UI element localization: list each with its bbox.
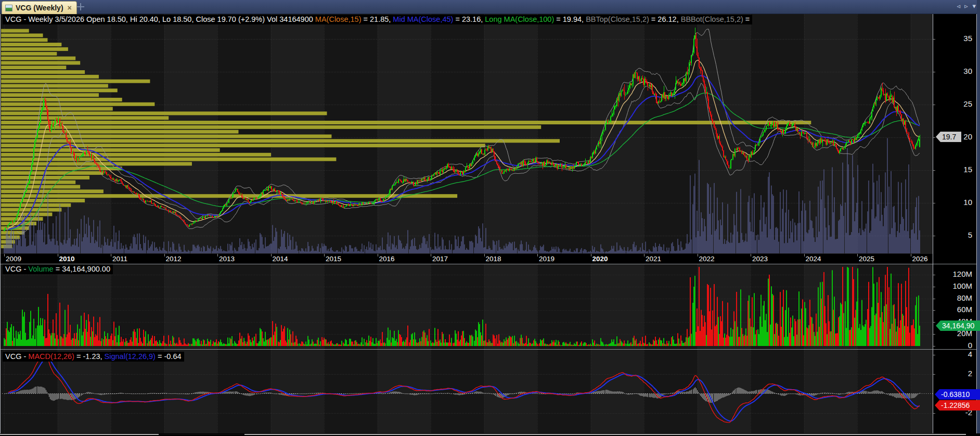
year-axis-label: 2010 <box>59 255 75 263</box>
tab-bar: VCG (Weekly) × ◃ ▹ ▾ <box>0 0 980 14</box>
date-axis[interactable]: 2009201020112012201320142015201620172018… <box>0 254 933 264</box>
year-tick-mark <box>537 254 538 257</box>
year-tick-mark <box>857 254 858 257</box>
year-axis-label: 2019 <box>539 255 555 263</box>
year-axis-label: 2024 <box>806 255 821 263</box>
header-segment: BBBot(Close,15,2) <box>681 15 743 23</box>
year-axis-label: 2017 <box>432 255 448 263</box>
year-tick-mark <box>164 254 165 257</box>
macd-chart-canvas[interactable] <box>0 350 933 433</box>
flag-arrow-icon <box>935 389 939 400</box>
year-tick-mark <box>644 254 644 257</box>
window-right-margin <box>977 0 980 433</box>
last-volume-flag: 34,164,90 <box>936 320 980 331</box>
axis-tick-mark <box>933 334 935 335</box>
year-tick-mark <box>378 254 378 257</box>
price-axis-label: 5 <box>968 230 972 239</box>
header-segment: Long MA(Close,100) <box>485 15 554 23</box>
price-pane-header: VCG - Weekly 3/5/2026 Open 18.50, Hi 20.… <box>3 15 752 24</box>
pan-crosshair-icon[interactable] <box>77 3 84 10</box>
volume-axis-label: 120M <box>952 270 972 278</box>
volume-axis-label: 60M <box>957 305 972 314</box>
year-tick-mark <box>751 254 751 257</box>
price-axis-label: 35 <box>963 34 972 43</box>
year-axis-label: 2012 <box>166 255 182 263</box>
tab-label: VCG (Weekly) <box>16 4 63 12</box>
volume-chart-canvas[interactable] <box>0 264 933 349</box>
volume-axis-label: 0 <box>968 341 972 350</box>
last-price-flag: 19.7 <box>936 132 961 142</box>
year-tick-mark <box>911 254 911 257</box>
volume-pane-header: VCG - Volume = 34,164,900.00 <box>3 264 113 274</box>
year-axis-label: 2018 <box>486 255 501 263</box>
header-segment: VCG - Weekly 3/5/2026 Open 18.50, Hi 20.… <box>5 15 315 23</box>
scroll-tabs-left-icon[interactable]: ◃ <box>957 2 960 10</box>
header-segment: = 26.12, <box>649 15 681 23</box>
year-axis-label: 2015 <box>326 255 341 263</box>
price-axis-label: 25 <box>963 99 972 108</box>
year-tick-mark <box>217 254 218 257</box>
volume-axis-label: 100M <box>952 281 972 290</box>
axis-separator-line <box>933 14 933 433</box>
year-tick-mark <box>58 254 58 257</box>
price-chart-canvas[interactable] <box>0 14 933 254</box>
year-axis-label: 2025 <box>859 255 874 263</box>
tab-vcg-weekly[interactable]: VCG (Weekly) × <box>2 1 77 14</box>
header-segment: VCG - <box>5 352 28 361</box>
tab-close-icon[interactable]: × <box>68 4 72 12</box>
year-axis-label: 2013 <box>219 255 235 263</box>
axis-tick-mark <box>933 322 935 323</box>
year-axis-label: 2021 <box>646 255 661 263</box>
year-tick-mark <box>4 254 5 257</box>
axis-tick-mark <box>933 39 935 40</box>
year-axis-label: 2020 <box>592 255 608 263</box>
year-tick-mark <box>271 254 272 257</box>
chart-window: VCG (Weekly) × ◃ ▹ ▾ VCG - Weekly 3/5/20… <box>0 0 980 436</box>
axis-tick-mark <box>933 137 935 138</box>
flag-arrow-icon <box>935 400 939 411</box>
scroll-tabs-right-icon[interactable]: ▹ <box>964 2 968 10</box>
scrollbar-track[interactable] <box>0 434 966 435</box>
year-axis-label: 2014 <box>273 255 288 263</box>
scrollbar-corner <box>966 433 980 436</box>
header-segment: MACD(12,26) <box>28 352 74 361</box>
macd-flag-value: -1.22856 <box>939 400 980 411</box>
pane-separator[interactable] <box>0 349 976 350</box>
header-segment: Signal(12,26,9) <box>105 352 156 361</box>
signal-value-flag: -0.63810 <box>935 389 980 400</box>
header-segment: = 23.16, <box>453 15 485 23</box>
header-segment: = 21.85, <box>361 15 393 23</box>
header-segment: Volume <box>28 265 53 273</box>
pane-separator[interactable] <box>0 264 976 264</box>
axis-tick-mark <box>933 310 935 311</box>
axis-tick-mark <box>933 203 935 203</box>
horizontal-scrollbar[interactable] <box>0 433 980 436</box>
header-segment: = 19.94, <box>554 15 586 23</box>
header-segment: = <box>743 15 750 23</box>
flag-arrow-icon <box>936 320 940 331</box>
year-tick-mark <box>591 254 591 257</box>
axis-tick-mark <box>933 346 935 347</box>
macd-value-flag: -1.22856 <box>935 400 980 411</box>
price-axis-label: 10 <box>963 198 972 207</box>
header-segment: Mid MA(Close,45) <box>393 15 453 23</box>
macd-axis-label: 4 <box>968 350 972 358</box>
year-axis-label: 2009 <box>6 255 21 263</box>
header-segment: MA(Close,15) <box>315 15 362 23</box>
year-tick-mark <box>484 254 485 257</box>
price-axis-label: 20 <box>963 132 972 141</box>
flag-arrow-icon <box>936 132 940 142</box>
macd-axis-label: 2 <box>968 369 972 378</box>
scrollbar-thumb[interactable] <box>159 434 244 435</box>
axis-tick-mark <box>933 413 935 414</box>
last-volume-flag-value: 34,164,90 <box>940 320 980 331</box>
tab-list-dropdown-icon[interactable]: ▾ <box>972 2 976 10</box>
axis-tick-mark <box>933 355 935 355</box>
axis-tick-mark <box>933 275 935 275</box>
axis-tick-mark <box>933 374 935 375</box>
price-axis-label: 30 <box>963 67 972 75</box>
header-segment: VCG - <box>5 265 28 273</box>
chart-thumbnail-icon <box>5 5 12 11</box>
year-tick-mark <box>431 254 431 257</box>
axis-tick-mark <box>933 287 935 287</box>
